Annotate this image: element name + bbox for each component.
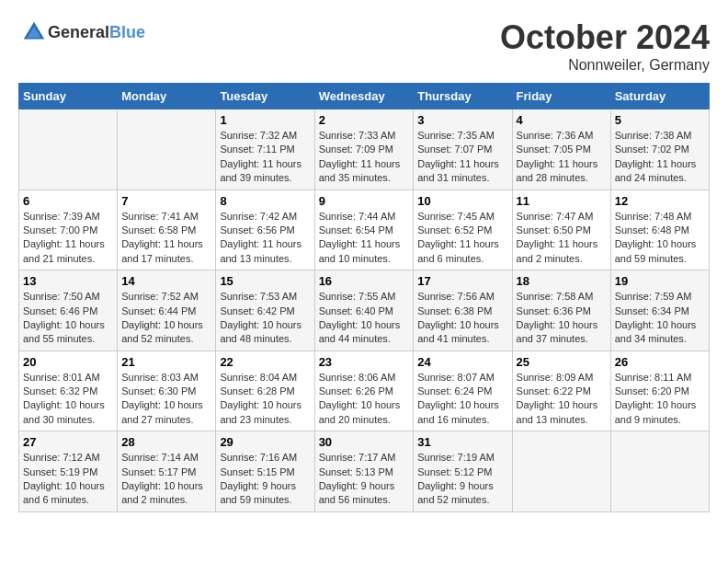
day-number: 26 — [615, 355, 705, 369]
day-number: 24 — [417, 355, 507, 369]
day-number: 15 — [220, 274, 310, 288]
calendar-cell — [19, 109, 118, 190]
calendar-week-row: 27Sunrise: 7:12 AM Sunset: 5:19 PM Dayli… — [19, 431, 710, 512]
day-info: Sunrise: 8:06 AM Sunset: 6:26 PM Dayligh… — [319, 371, 410, 428]
calendar-cell: 12Sunrise: 7:48 AM Sunset: 6:48 PM Dayli… — [610, 190, 709, 270]
calendar-cell: 29Sunrise: 7:16 AM Sunset: 5:15 PM Dayli… — [216, 431, 314, 512]
calendar-cell: 18Sunrise: 7:58 AM Sunset: 6:36 PM Dayli… — [512, 270, 610, 351]
calendar-cell — [118, 109, 216, 190]
day-number: 14 — [121, 274, 211, 288]
location-title: Nonnweiler, Germany — [500, 57, 710, 74]
day-number: 28 — [121, 435, 211, 449]
day-number: 7 — [121, 194, 211, 208]
calendar-cell: 28Sunrise: 7:14 AM Sunset: 5:17 PM Dayli… — [118, 431, 216, 512]
day-info: Sunrise: 7:45 AM Sunset: 6:52 PM Dayligh… — [417, 210, 507, 267]
calendar-cell — [610, 431, 709, 512]
day-info: Sunrise: 7:35 AM Sunset: 7:07 PM Dayligh… — [417, 129, 507, 186]
calendar-week-row: 13Sunrise: 7:50 AM Sunset: 6:46 PM Dayli… — [19, 270, 710, 351]
day-info: Sunrise: 7:32 AM Sunset: 7:11 PM Dayligh… — [220, 129, 310, 186]
day-info: Sunrise: 8:04 AM Sunset: 6:28 PM Dayligh… — [220, 371, 310, 428]
day-number: 25 — [517, 355, 607, 369]
calendar-cell: 23Sunrise: 8:06 AM Sunset: 6:26 PM Dayli… — [314, 350, 414, 431]
day-number: 17 — [417, 274, 507, 288]
day-info: Sunrise: 7:55 AM Sunset: 6:40 PM Dayligh… — [319, 290, 410, 347]
day-number: 23 — [319, 355, 410, 369]
calendar-cell: 27Sunrise: 7:12 AM Sunset: 5:19 PM Dayli… — [19, 431, 118, 512]
day-number: 2 — [319, 113, 410, 127]
calendar-cell: 26Sunrise: 8:11 AM Sunset: 6:20 PM Dayli… — [610, 350, 709, 431]
day-info: Sunrise: 8:03 AM Sunset: 6:30 PM Dayligh… — [121, 371, 211, 428]
calendar-cell: 6Sunrise: 7:39 AM Sunset: 7:00 PM Daylig… — [19, 190, 118, 270]
month-title: October 2024 — [500, 18, 710, 57]
calendar-cell: 13Sunrise: 7:50 AM Sunset: 6:46 PM Dayli… — [19, 270, 118, 351]
day-number: 22 — [220, 355, 310, 369]
day-info: Sunrise: 7:33 AM Sunset: 7:09 PM Dayligh… — [319, 129, 410, 186]
day-info: Sunrise: 7:36 AM Sunset: 7:05 PM Dayligh… — [517, 129, 607, 186]
calendar-cell: 8Sunrise: 7:42 AM Sunset: 6:56 PM Daylig… — [216, 190, 314, 270]
weekday-header: Thursday — [414, 84, 512, 109]
day-number: 8 — [220, 194, 310, 208]
day-info: Sunrise: 7:14 AM Sunset: 5:17 PM Dayligh… — [121, 451, 211, 508]
title-area: October 2024 Nonnweiler, Germany — [500, 18, 710, 74]
day-info: Sunrise: 7:19 AM Sunset: 5:12 PM Dayligh… — [417, 451, 507, 508]
calendar-cell: 22Sunrise: 8:04 AM Sunset: 6:28 PM Dayli… — [216, 350, 314, 431]
calendar-cell: 17Sunrise: 7:56 AM Sunset: 6:38 PM Dayli… — [414, 270, 512, 351]
calendar-cell: 1Sunrise: 7:32 AM Sunset: 7:11 PM Daylig… — [216, 109, 314, 190]
weekday-header: Tuesday — [216, 84, 314, 109]
logo: GeneralBlue — [18, 18, 145, 46]
calendar-cell: 16Sunrise: 7:55 AM Sunset: 6:40 PM Dayli… — [314, 270, 414, 351]
day-number: 9 — [319, 194, 410, 208]
day-number: 11 — [517, 194, 607, 208]
calendar: SundayMondayTuesdayWednesdayThursdayFrid… — [18, 83, 710, 512]
day-number: 4 — [517, 113, 607, 127]
weekday-header: Saturday — [610, 84, 709, 109]
calendar-cell: 5Sunrise: 7:38 AM Sunset: 7:02 PM Daylig… — [610, 109, 709, 190]
logo-icon — [20, 18, 48, 46]
logo-general-text: GeneralBlue — [48, 23, 145, 42]
calendar-cell: 10Sunrise: 7:45 AM Sunset: 6:52 PM Dayli… — [414, 190, 512, 270]
calendar-cell: 30Sunrise: 7:17 AM Sunset: 5:13 PM Dayli… — [314, 431, 414, 512]
day-info: Sunrise: 7:50 AM Sunset: 6:46 PM Dayligh… — [23, 290, 113, 347]
day-info: Sunrise: 7:44 AM Sunset: 6:54 PM Dayligh… — [319, 210, 410, 267]
day-info: Sunrise: 7:52 AM Sunset: 6:44 PM Dayligh… — [121, 290, 211, 347]
day-number: 31 — [417, 435, 507, 449]
calendar-cell: 2Sunrise: 7:33 AM Sunset: 7:09 PM Daylig… — [314, 109, 414, 190]
calendar-cell: 15Sunrise: 7:53 AM Sunset: 6:42 PM Dayli… — [216, 270, 314, 351]
calendar-cell: 31Sunrise: 7:19 AM Sunset: 5:12 PM Dayli… — [414, 431, 512, 512]
day-number: 20 — [23, 355, 113, 369]
day-number: 13 — [23, 274, 113, 288]
day-number: 29 — [220, 435, 310, 449]
day-info: Sunrise: 7:17 AM Sunset: 5:13 PM Dayligh… — [319, 451, 410, 508]
day-info: Sunrise: 7:41 AM Sunset: 6:58 PM Dayligh… — [121, 210, 211, 267]
day-info: Sunrise: 7:47 AM Sunset: 6:50 PM Dayligh… — [517, 210, 607, 267]
calendar-cell: 19Sunrise: 7:59 AM Sunset: 6:34 PM Dayli… — [610, 270, 709, 351]
day-info: Sunrise: 7:12 AM Sunset: 5:19 PM Dayligh… — [23, 451, 113, 508]
day-number: 30 — [319, 435, 410, 449]
day-info: Sunrise: 7:53 AM Sunset: 6:42 PM Dayligh… — [220, 290, 310, 347]
day-info: Sunrise: 7:38 AM Sunset: 7:02 PM Dayligh… — [615, 129, 705, 186]
day-number: 19 — [615, 274, 705, 288]
weekday-header: Wednesday — [314, 84, 414, 109]
calendar-cell: 20Sunrise: 8:01 AM Sunset: 6:32 PM Dayli… — [19, 350, 118, 431]
day-info: Sunrise: 7:42 AM Sunset: 6:56 PM Dayligh… — [220, 210, 310, 267]
day-number: 3 — [417, 113, 507, 127]
day-number: 5 — [615, 113, 705, 127]
calendar-cell: 14Sunrise: 7:52 AM Sunset: 6:44 PM Dayli… — [118, 270, 216, 351]
day-info: Sunrise: 7:56 AM Sunset: 6:38 PM Dayligh… — [417, 290, 507, 347]
day-info: Sunrise: 8:07 AM Sunset: 6:24 PM Dayligh… — [417, 371, 507, 428]
day-info: Sunrise: 7:58 AM Sunset: 6:36 PM Dayligh… — [517, 290, 607, 347]
calendar-cell: 3Sunrise: 7:35 AM Sunset: 7:07 PM Daylig… — [414, 109, 512, 190]
header: GeneralBlue October 2024 Nonnweiler, Ger… — [18, 18, 710, 74]
day-number: 12 — [615, 194, 705, 208]
day-number: 1 — [220, 113, 310, 127]
day-number: 6 — [23, 194, 113, 208]
day-info: Sunrise: 7:39 AM Sunset: 7:00 PM Dayligh… — [23, 210, 113, 267]
day-info: Sunrise: 7:59 AM Sunset: 6:34 PM Dayligh… — [615, 290, 705, 347]
calendar-header-row: SundayMondayTuesdayWednesdayThursdayFrid… — [19, 84, 710, 109]
calendar-cell: 9Sunrise: 7:44 AM Sunset: 6:54 PM Daylig… — [314, 190, 414, 270]
day-number: 27 — [23, 435, 113, 449]
day-info: Sunrise: 7:16 AM Sunset: 5:15 PM Dayligh… — [220, 451, 310, 508]
day-info: Sunrise: 7:48 AM Sunset: 6:48 PM Dayligh… — [615, 210, 705, 267]
day-number: 16 — [319, 274, 410, 288]
calendar-week-row: 20Sunrise: 8:01 AM Sunset: 6:32 PM Dayli… — [19, 350, 710, 431]
